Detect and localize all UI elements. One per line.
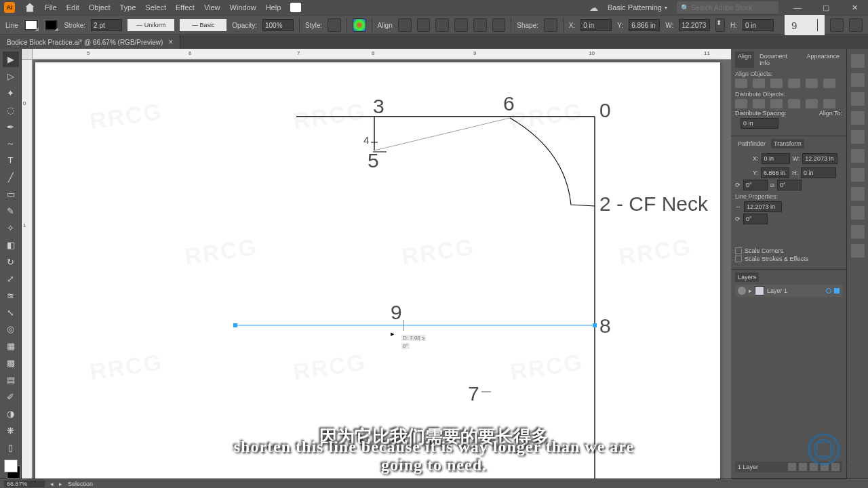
arrange-docs-icon[interactable] bbox=[290, 3, 301, 12]
align-right-icon[interactable] bbox=[770, 79, 783, 88]
align-left-button[interactable] bbox=[398, 18, 412, 32]
recolor-button[interactable] bbox=[353, 18, 366, 32]
panel-toggle-button[interactable] bbox=[830, 18, 844, 32]
menu-select[interactable]: Select bbox=[145, 3, 166, 12]
stroke-profile-select[interactable]: — Uniform bbox=[127, 19, 174, 31]
menu-view[interactable]: View bbox=[204, 3, 220, 12]
perspective-grid-tool[interactable]: ▦ bbox=[3, 338, 19, 354]
rotate-angle-input[interactable] bbox=[743, 180, 768, 190]
ruler-origin[interactable] bbox=[22, 49, 33, 60]
collapsed-panel-icon-4[interactable] bbox=[851, 111, 865, 125]
window-minimize-icon[interactable]: — bbox=[788, 1, 807, 14]
lasso-tool[interactable]: ◌ bbox=[3, 102, 19, 118]
collapsed-panel-icon-1[interactable] bbox=[851, 54, 865, 68]
collapsed-panel-icon-7[interactable] bbox=[851, 168, 865, 182]
dist-spacing-input[interactable] bbox=[741, 118, 778, 129]
paintbrush-tool[interactable]: ✎ bbox=[3, 203, 19, 219]
align-bottom-icon[interactable] bbox=[823, 79, 835, 88]
menu-help[interactable]: Help bbox=[266, 3, 281, 12]
rectangle-tool[interactable]: ▭ bbox=[3, 186, 19, 202]
scale-strokes-checkbox[interactable] bbox=[735, 256, 742, 262]
blend-tool[interactable]: ◑ bbox=[3, 406, 19, 422]
scale-tool[interactable]: ⤢ bbox=[3, 271, 19, 287]
link-wh-button[interactable]: ⬍ bbox=[715, 18, 725, 32]
menu-window[interactable]: Window bbox=[230, 3, 256, 12]
panel-toggle-button-2[interactable] bbox=[849, 18, 863, 32]
window-close-icon[interactable]: ✕ bbox=[845, 1, 864, 14]
align-center-button[interactable] bbox=[417, 18, 431, 32]
menu-object[interactable]: Object bbox=[89, 3, 111, 12]
collapsed-panel-icon-5[interactable] bbox=[851, 130, 865, 144]
curvature-tool[interactable]: ～ bbox=[3, 136, 19, 152]
menu-effect[interactable]: Effect bbox=[176, 3, 195, 12]
fill-color-indicator[interactable] bbox=[4, 460, 18, 472]
align-middle-button[interactable] bbox=[473, 18, 487, 32]
column-graph-tool[interactable]: ▯ bbox=[3, 440, 19, 455]
eyedropper-tool[interactable]: ✐ bbox=[3, 389, 19, 405]
reference-point-selector[interactable] bbox=[735, 151, 750, 166]
shaper-tool[interactable]: ✧ bbox=[3, 220, 19, 236]
document-tab[interactable]: Bodice Block Practice.ai* @ 66.67% (RGB/… bbox=[0, 35, 180, 49]
artboard[interactable]: 3 6 0 4 5 2 - CF Neck 9 8 7 ▸ D: 7.08 s … bbox=[35, 62, 720, 479]
line-length-input[interactable] bbox=[744, 201, 782, 212]
align-right-button[interactable] bbox=[435, 18, 449, 32]
align-left-icon[interactable] bbox=[735, 79, 747, 88]
adobe-stock-search[interactable]: 🔍 bbox=[677, 1, 778, 14]
zoom-level-input[interactable]: 66.67% bbox=[4, 481, 45, 487]
magic-wand-tool[interactable]: ✦ bbox=[3, 85, 19, 101]
graphic-style-button[interactable] bbox=[328, 18, 341, 32]
opacity-input[interactable] bbox=[262, 19, 294, 31]
collapsed-panel-icon-6[interactable] bbox=[851, 149, 865, 163]
dist-right-icon[interactable] bbox=[823, 99, 835, 108]
collapsed-panel-icon-9[interactable] bbox=[851, 206, 865, 220]
layer-visibility-icon[interactable] bbox=[738, 287, 746, 295]
dist-bottom-icon[interactable] bbox=[770, 99, 783, 108]
dist-vcenter-icon[interactable] bbox=[753, 99, 765, 108]
symbol-sprayer-tool[interactable]: ❋ bbox=[3, 423, 19, 439]
direct-selection-tool[interactable]: ▷ bbox=[3, 68, 19, 84]
transform-w-input[interactable] bbox=[802, 153, 837, 164]
shape-expand-button[interactable] bbox=[544, 18, 557, 32]
menu-edit[interactable]: Edit bbox=[66, 3, 79, 12]
shape-builder-tool[interactable]: ◎ bbox=[3, 322, 19, 338]
document-tab-close-icon[interactable]: × bbox=[168, 37, 173, 47]
workspace-switcher[interactable]: Basic Patterning▾ bbox=[608, 3, 667, 12]
collapsed-panel-icon-8[interactable] bbox=[851, 187, 865, 201]
line-tool[interactable]: ╱ bbox=[3, 169, 19, 185]
collapsed-panel-icon-11[interactable] bbox=[851, 244, 865, 258]
w-input[interactable] bbox=[679, 19, 710, 31]
scale-corners-checkbox[interactable] bbox=[735, 247, 742, 254]
mesh-tool[interactable]: ▩ bbox=[3, 355, 19, 371]
align-bottom-button[interactable] bbox=[492, 18, 506, 32]
width-tool[interactable]: ≋ bbox=[3, 288, 19, 304]
dist-left-icon[interactable] bbox=[788, 99, 800, 108]
x-input[interactable] bbox=[580, 19, 612, 31]
collapsed-panel-icon-3[interactable] bbox=[851, 92, 865, 106]
align-top-button[interactable] bbox=[454, 18, 468, 32]
tab-layers[interactable]: Layers bbox=[735, 272, 759, 282]
home-icon[interactable] bbox=[24, 2, 35, 13]
tab-pathfinder[interactable]: Pathfinder bbox=[735, 139, 768, 148]
stroke-weight-input[interactable] bbox=[91, 19, 122, 31]
ruler-horizontal[interactable]: 5 6 7 8 9 10 11 bbox=[33, 49, 731, 60]
collapsed-panel-icon-2[interactable] bbox=[851, 73, 865, 87]
tab-document-info[interactable]: Document Info bbox=[757, 52, 801, 68]
status-nav-left-icon[interactable]: ◂ bbox=[50, 481, 54, 487]
tab-align[interactable]: Align bbox=[735, 52, 754, 68]
align-vcenter-icon[interactable] bbox=[806, 79, 818, 88]
rotate-tool[interactable]: ↻ bbox=[3, 254, 19, 270]
transform-y-input[interactable] bbox=[761, 167, 789, 178]
menu-file[interactable]: File bbox=[45, 3, 57, 12]
layer-expand-icon[interactable]: ▸ bbox=[749, 287, 752, 294]
pen-tool[interactable]: ✒ bbox=[3, 119, 19, 135]
fill-swatch[interactable] bbox=[24, 19, 39, 31]
layer-row[interactable]: ▸ Layer 1 bbox=[735, 285, 842, 297]
status-nav-right-icon[interactable]: ▸ bbox=[59, 481, 62, 487]
menu-type[interactable]: Type bbox=[120, 3, 136, 12]
search-input[interactable] bbox=[691, 4, 774, 12]
align-top-icon[interactable] bbox=[788, 79, 800, 88]
transform-x-input[interactable] bbox=[762, 153, 790, 164]
y-input[interactable] bbox=[629, 19, 660, 31]
eraser-tool[interactable]: ◧ bbox=[3, 237, 19, 253]
layer-target-indicator[interactable] bbox=[826, 288, 831, 293]
